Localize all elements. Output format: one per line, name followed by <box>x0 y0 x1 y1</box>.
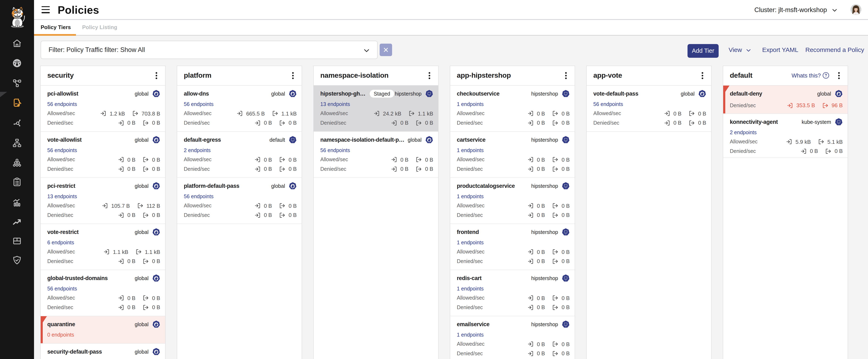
svg-text:ns: ns <box>565 279 566 281</box>
svg-text:ns: ns <box>292 141 293 142</box>
svg-text:ns: ns <box>565 326 566 327</box>
svg-text:ns: ns <box>565 187 566 188</box>
svg-text:ns: ns <box>838 123 839 125</box>
svg-text:ns: ns <box>429 95 430 96</box>
svg-text:ns: ns <box>565 141 566 142</box>
svg-text:ns: ns <box>565 95 566 96</box>
svg-text:ns: ns <box>565 233 566 234</box>
